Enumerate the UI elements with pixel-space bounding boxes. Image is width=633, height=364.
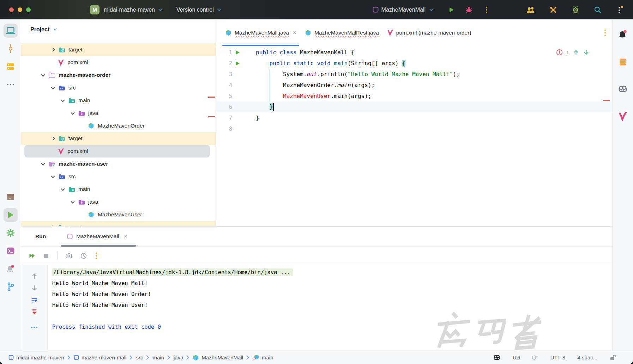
breadcrumb-item[interactable]: main xyxy=(152,354,164,360)
breadcrumb-item[interactable]: main xyxy=(253,354,273,360)
tool-window-button-terminal[interactable] xyxy=(4,244,18,258)
stop-icon[interactable] xyxy=(43,253,49,259)
kebab-yellow-icon[interactable] xyxy=(95,252,98,260)
tree-row[interactable]: main xyxy=(21,94,216,107)
tree-chevron-icon[interactable] xyxy=(47,87,58,89)
tree-row[interactable]: mazhe-maven-order xyxy=(21,69,216,81)
window-close-button[interactable] xyxy=(9,7,14,12)
tool-window-button-commit[interactable] xyxy=(4,42,18,56)
camera-icon[interactable] xyxy=(65,252,72,259)
tool-window-button-more-h[interactable] xyxy=(4,78,18,92)
run-tab[interactable]: MazheMavenMall × xyxy=(61,227,136,246)
tree-chevron-icon[interactable] xyxy=(67,201,78,203)
settings-menu-button[interactable] xyxy=(615,5,625,15)
breadcrumb-item[interactable]: mazhe-maven-mall xyxy=(74,354,127,360)
close-icon[interactable]: × xyxy=(124,233,127,240)
tree-chevron-icon[interactable] xyxy=(37,163,48,165)
tree-row[interactable]: MazheMavenOrder xyxy=(21,119,216,132)
arrow-up-icon[interactable] xyxy=(31,273,38,279)
breadcrumb-item[interactable]: MazheMavenMall xyxy=(193,354,243,361)
inspection-widget[interactable]: 1 xyxy=(556,49,590,56)
tree-chevron-icon[interactable] xyxy=(47,176,58,178)
soft-wrap-icon[interactable] xyxy=(31,297,38,303)
editor-tab[interactable]: MazheMavenMallTest.java xyxy=(301,19,383,46)
tree-chevron-icon[interactable] xyxy=(37,74,48,76)
code-editor[interactable]: 1public class MazheMavenMall {2 public s… xyxy=(216,46,612,226)
tree-chevron-icon[interactable] xyxy=(57,100,68,101)
status-lock-open[interactable] xyxy=(603,354,622,361)
tool-window-button-database[interactable] xyxy=(616,55,630,69)
breadcrumb-item[interactable]: java xyxy=(174,354,183,360)
project-panel-header[interactable]: Project xyxy=(21,19,216,39)
vcs-widget[interactable]: Version control xyxy=(176,7,222,13)
tool-window-button-copilot[interactable] xyxy=(616,82,630,96)
class-icon xyxy=(305,30,311,36)
editor-tab[interactable]: MazheMavenMall.java× xyxy=(221,19,301,46)
status-widget[interactable]: UTF-8 xyxy=(544,354,572,360)
tool-window-button-package-box[interactable] xyxy=(4,190,18,204)
tree-row-label: java xyxy=(88,199,98,205)
tree-row[interactable]: main xyxy=(21,183,216,196)
rerun-icon[interactable] xyxy=(29,253,35,259)
tree-row[interactable]: target xyxy=(21,221,216,226)
more-run-actions-button[interactable] xyxy=(481,5,492,15)
project-widget[interactable]: midai-mazhe-maven xyxy=(104,7,163,13)
status-widget[interactable]: LF xyxy=(526,354,544,360)
tree-chevron-icon[interactable] xyxy=(47,226,58,226)
breadcrumb-item[interactable]: midai-mazhe-maven xyxy=(8,354,64,360)
plugin-atom-button[interactable] xyxy=(570,5,581,15)
run-line-icon[interactable] xyxy=(232,61,243,66)
tool-window-button-structure[interactable] xyxy=(4,60,18,74)
tree-error-stripe-mark xyxy=(208,97,215,98)
commit-icon xyxy=(7,44,14,53)
more-blue-icon[interactable] xyxy=(31,326,38,328)
tree-row[interactable]: src xyxy=(21,81,216,94)
tree-row[interactable]: target xyxy=(21,132,216,145)
close-icon[interactable]: × xyxy=(293,29,296,36)
window-zoom-button[interactable] xyxy=(26,7,31,12)
next-problem-icon[interactable] xyxy=(583,49,590,56)
tree-row[interactable]: target xyxy=(21,43,216,56)
tools-button[interactable] xyxy=(548,5,559,15)
code-with-me-button[interactable] xyxy=(526,5,536,15)
debug-button[interactable] xyxy=(464,5,474,15)
run-button[interactable] xyxy=(446,5,457,15)
tool-window-button-gear[interactable] xyxy=(4,226,18,240)
clock-icon[interactable] xyxy=(80,252,87,259)
tree-row[interactable]: pom.xml xyxy=(21,145,216,158)
tool-window-button-bell-badge[interactable] xyxy=(616,28,630,42)
tree-chevron-icon[interactable] xyxy=(67,112,78,114)
editor-error-stripe-mark[interactable] xyxy=(603,100,610,101)
breadcrumb-item[interactable]: src xyxy=(136,354,143,360)
tree-row[interactable]: MazheMavenUser xyxy=(21,208,216,221)
tree-row[interactable]: java xyxy=(21,107,216,119)
search-everywhere-button[interactable] xyxy=(592,5,603,15)
tree-row[interactable]: mazhe-maven-user xyxy=(21,158,216,170)
status-widget[interactable]: 4 spac... xyxy=(571,354,603,360)
tool-window-button-device[interactable] xyxy=(4,24,18,38)
breadcrumb-label: main xyxy=(262,354,273,360)
window-minimize-button[interactable] xyxy=(18,7,22,12)
run-line-icon[interactable] xyxy=(232,50,243,55)
tool-window-button-maven-big[interactable] xyxy=(616,109,630,123)
tool-window-button-git-branch[interactable] xyxy=(4,280,18,294)
tree-chevron-icon[interactable] xyxy=(47,137,58,140)
tree-row[interactable]: java xyxy=(21,196,216,208)
scroll-end-icon[interactable] xyxy=(31,309,38,315)
tool-window-button-run-play[interactable] xyxy=(4,208,18,222)
editor-tab[interactable]: pom.xml (mazhe-maven-order) xyxy=(383,19,476,46)
tab-options-icon[interactable] xyxy=(604,29,607,37)
tree-row[interactable]: pom.xml xyxy=(21,56,216,69)
arrow-down-icon[interactable] xyxy=(31,285,38,291)
prev-problem-icon[interactable] xyxy=(573,49,579,56)
tree-chevron-icon[interactable] xyxy=(47,48,58,51)
tree-row[interactable]: src xyxy=(21,170,216,183)
tool-window-button-alarm[interactable] xyxy=(4,262,18,276)
status-copilot-dark[interactable] xyxy=(487,354,507,361)
code-line: 8 xyxy=(216,123,612,134)
folder-module-icon xyxy=(48,161,55,167)
run-configuration-widget[interactable]: MazheMavenMall xyxy=(373,7,434,13)
tree-chevron-icon[interactable] xyxy=(57,189,68,190)
code-line: 1public class MazheMavenMall { xyxy=(216,47,612,58)
status-widget[interactable]: 6:6 xyxy=(507,354,526,360)
